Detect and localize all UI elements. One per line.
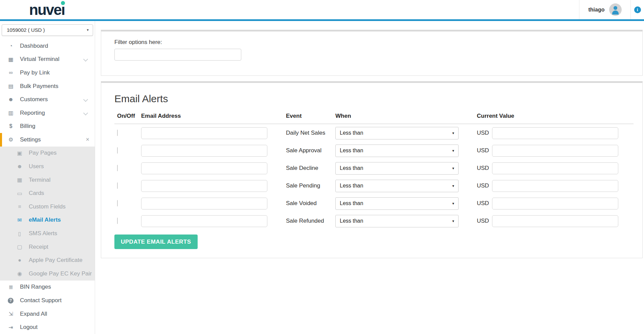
email-address-input[interactable] [141, 198, 267, 209]
account-selector[interactable]: 1059002 ( USD ) ▾ [2, 24, 93, 36]
column-header-when: When [335, 113, 477, 119]
email-address-input[interactable] [141, 215, 267, 227]
sidebar-item-label: Contact Support [20, 297, 62, 304]
settings-icon: ⚙ [7, 136, 15, 143]
alert-enabled-checkbox[interactable] [117, 218, 118, 224]
event-label: Daily Net Sales [286, 130, 335, 136]
sidebar-item-google-pay-ec-key-pair[interactable]: ◉ Google Pay EC Key Pair [0, 267, 95, 281]
virtual-terminal-icon: ▦ [7, 56, 15, 63]
sidebar-item-label: Bulk Payments [20, 83, 58, 90]
sidebar-item-billing[interactable]: $ Billing [0, 120, 95, 133]
email-address-input[interactable] [141, 162, 267, 174]
table-row: Sale Refunded Less than ▾ USD [114, 212, 634, 230]
current-value-input[interactable] [492, 215, 618, 227]
receipt-icon: ▢ [16, 244, 24, 250]
current-value-input[interactable] [492, 127, 618, 139]
sidebar-item-cards[interactable]: ▭ Cards [0, 186, 95, 200]
when-select[interactable]: Less than ▾ [335, 144, 459, 157]
sidebar-item-settings[interactable]: ⚙ Settings × [0, 133, 95, 147]
current-value-input[interactable] [492, 162, 618, 174]
sidebar-item-label: Terminal [29, 177, 50, 183]
sidebar-item-label: SMS Alerts [29, 230, 57, 237]
sidebar-item-apple-pay-certificate[interactable]: ● Apple Pay Certificate [0, 253, 95, 267]
logout-icon: ⇥ [7, 324, 15, 331]
alert-enabled-checkbox[interactable] [117, 147, 118, 154]
current-value-input[interactable] [492, 145, 618, 157]
sidebar-item-bulk-payments[interactable]: ▤ Bulk Payments [0, 80, 95, 93]
sidebar-item-dashboard[interactable]: ◔ Dashboard [0, 39, 95, 53]
sidebar-item-expand-all[interactable]: ⇲ Expand All [0, 307, 95, 321]
logo-dot-icon [61, 1, 65, 5]
google-pay-icon: ◉ [16, 270, 24, 277]
when-select-value: Less than [340, 130, 363, 136]
sidebar-item-label: Logout [20, 324, 38, 331]
sidebar-item-virtual-terminal[interactable]: ▦ Virtual Terminal [0, 53, 95, 66]
users-icon: ☻ [16, 163, 24, 170]
sidebar-item-label: Receipt [29, 244, 48, 250]
alert-enabled-checkbox[interactable] [117, 182, 118, 189]
when-select[interactable]: Less than ▾ [335, 180, 459, 192]
sidebar-item-label: Cards [29, 190, 44, 197]
when-select-value: Less than [340, 165, 363, 171]
sidebar-item-customers[interactable]: ☻ Customers [0, 93, 95, 106]
when-select[interactable]: Less than ▾ [335, 162, 459, 175]
alert-enabled-checkbox[interactable] [117, 130, 118, 136]
sidebar-item-pay-pages[interactable]: ▣ Pay Pages [0, 147, 95, 160]
currency-label: USD [477, 218, 489, 224]
user-avatar-icon[interactable] [609, 3, 622, 16]
sidebar-item-reporting[interactable]: ▥ Reporting [0, 106, 95, 120]
when-select[interactable]: Less than ▾ [335, 127, 459, 139]
sidebar-item-logout[interactable]: ⇥ Logout [0, 320, 95, 334]
current-value-input[interactable] [492, 180, 618, 192]
sidebar-item-terminal[interactable]: ▦ Terminal [0, 173, 95, 187]
sidebar-item-label: Google Pay EC Key Pair [29, 270, 92, 277]
sidebar-item-receipt[interactable]: ▢ Receipt [0, 240, 95, 254]
alert-enabled-checkbox[interactable] [117, 165, 118, 171]
terminal-icon: ▦ [16, 177, 24, 183]
close-icon[interactable]: × [86, 136, 89, 143]
user-menu[interactable]: thiago [579, 0, 630, 19]
sidebar-item-users[interactable]: ☻ Users [0, 160, 95, 173]
email-address-input[interactable] [141, 180, 267, 192]
sidebar-item-label: Users [29, 163, 44, 170]
expand-all-icon: ⇲ [7, 311, 15, 317]
chevron-down-icon [83, 57, 88, 62]
sidebar-item-sms-alerts[interactable]: ▯ SMS Alerts [0, 227, 95, 240]
when-select-value: Less than [340, 183, 363, 189]
email-address-input[interactable] [141, 145, 267, 157]
event-label: Sale Voided [286, 200, 335, 207]
when-select[interactable]: Less than ▾ [335, 215, 459, 227]
sidebar-item-email-alerts[interactable]: ✉ eMail Alerts [0, 214, 95, 227]
alert-enabled-checkbox[interactable] [117, 200, 118, 206]
update-email-alerts-button[interactable]: UPDATE EMAIL ALERTS [114, 235, 198, 249]
when-select[interactable]: Less than ▾ [335, 197, 459, 210]
currency-label: USD [477, 165, 489, 172]
caret-down-icon: ▾ [452, 184, 454, 188]
page-title: Email Alerts [114, 93, 642, 105]
sidebar-item-custom-fields[interactable]: ≡ Custom Fields [0, 200, 95, 214]
customers-icon: ☻ [7, 96, 15, 103]
table-header-row: On/Off Email Address Event When Current … [114, 113, 634, 124]
currency-label: USD [477, 130, 489, 136]
nuvei-logo: nuveı [29, 2, 66, 17]
sidebar-item-pay-by-link[interactable]: ∞ Pay by Link [0, 66, 95, 80]
sidebar-item-label: Dashboard [20, 43, 48, 49]
email-address-input[interactable] [141, 127, 267, 139]
chevron-down-icon [83, 97, 88, 102]
username-label: thiago [589, 7, 605, 13]
column-header-current-value: Current Value [477, 113, 634, 119]
info-icon[interactable]: i [634, 6, 641, 13]
when-select-value: Less than [340, 148, 363, 154]
info-box: i [630, 0, 644, 19]
email-alerts-panel: Email Alerts On/Off Email Address Event … [101, 81, 643, 258]
caret-down-icon: ▾ [452, 166, 454, 171]
currency-label: USD [477, 182, 489, 189]
sidebar-item-label: Settings [20, 136, 41, 143]
sidebar-item-bin-ranges[interactable]: ≣ BIN Ranges [0, 281, 95, 294]
sidebar-item-contact-support[interactable]: ? Contact Support [0, 294, 95, 307]
filter-input[interactable] [114, 49, 241, 61]
currency-label: USD [477, 200, 489, 207]
cards-icon: ▭ [16, 190, 24, 197]
current-value-input[interactable] [492, 198, 618, 209]
sidebar-item-label: Billing [20, 123, 35, 130]
